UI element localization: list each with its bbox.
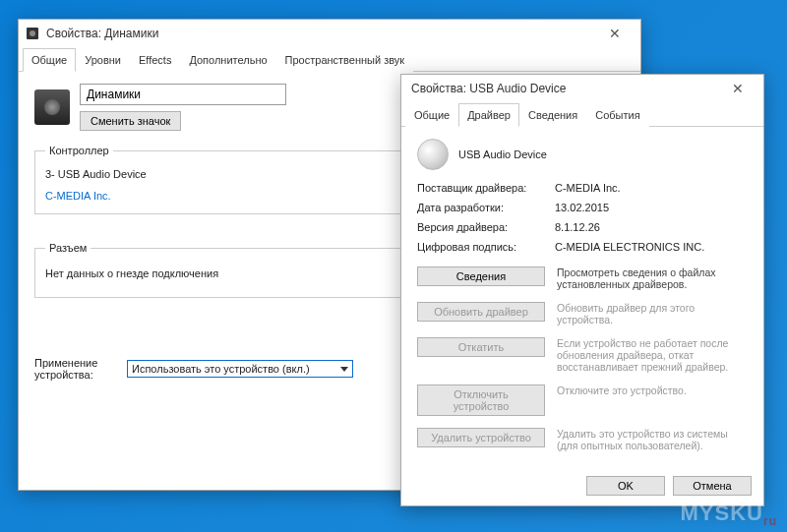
window-title: Свойства: USB Audio Device	[407, 82, 718, 95]
device-name-input[interactable]	[80, 84, 286, 105]
disable-device-desc: Отключите это устройство.	[557, 384, 748, 396]
controller-legend: Контроллер	[45, 145, 113, 156]
usage-label: Применение устройства:	[34, 357, 113, 381]
update-driver-button[interactable]: Обновить драйвер	[417, 302, 545, 322]
dialog-footer: OK Отмена	[586, 476, 752, 496]
titlebar[interactable]: Свойства: USB Audio Device ✕	[401, 75, 763, 102]
signature-label: Цифровая подпись:	[417, 241, 555, 253]
rollback-driver-button[interactable]: Откатить	[417, 337, 545, 357]
svg-point-1	[30, 30, 35, 36]
signature-value: C-MEDIA ELECTRONICS INC.	[555, 241, 748, 253]
tab-general[interactable]: Общие	[405, 103, 458, 127]
tab-levels[interactable]: Уровни	[76, 48, 130, 72]
close-icon[interactable]: ✕	[595, 26, 635, 41]
tab-advanced[interactable]: Дополнительно	[180, 48, 275, 72]
date-value: 13.02.2015	[555, 202, 748, 213]
chevron-down-icon	[340, 367, 348, 372]
tabstrip: Общие Уровни Effects Дополнительно Прост…	[19, 47, 640, 72]
tab-effects[interactable]: Effects	[130, 48, 180, 72]
disable-device-button[interactable]: Отключить устройство	[417, 384, 545, 416]
tab-spatial[interactable]: Пространственный звук	[276, 48, 414, 72]
close-icon[interactable]: ✕	[718, 81, 757, 96]
speaker-icon	[34, 89, 70, 125]
titlebar[interactable]: Свойства: Динамики ✕	[19, 20, 640, 47]
tab-details[interactable]: Сведения	[519, 103, 586, 127]
driver-info-grid: Поставщик драйвера: C-MEDIA Inc. Дата ра…	[417, 182, 748, 253]
controller-device: 3- USB Audio Device	[45, 168, 147, 180]
provider-label: Поставщик драйвера:	[417, 182, 555, 194]
driver-details-button[interactable]: Сведения	[417, 266, 545, 286]
tab-events[interactable]: События	[586, 103, 648, 127]
date-label: Дата разработки:	[417, 202, 555, 213]
version-value: 8.1.12.26	[555, 221, 748, 233]
driver-details-desc: Просмотреть сведения о файлах установлен…	[557, 266, 748, 290]
usage-dropdown[interactable]: Использовать это устройство (вкл.)	[127, 360, 353, 378]
uninstall-device-desc: Удалить это устройство из системы (для о…	[557, 428, 748, 451]
ok-button[interactable]: OK	[586, 476, 665, 496]
jack-legend: Разъем	[45, 242, 91, 254]
change-icon-button[interactable]: Сменить значок	[80, 111, 181, 131]
watermark: MYSKUru	[681, 501, 777, 528]
usage-value: Использовать это устройство (вкл.)	[132, 363, 310, 375]
driver-icon	[417, 139, 449, 170]
update-driver-desc: Обновить драйвер для этого устройства.	[557, 302, 748, 325]
device-name: USB Audio Device	[458, 148, 547, 160]
tabstrip: Общие Драйвер Сведения События	[401, 102, 763, 127]
provider-value: C-MEDIA Inc.	[555, 182, 748, 194]
window-title: Свойства: Динамики	[46, 27, 595, 40]
version-label: Версия драйвера:	[417, 221, 555, 233]
rollback-driver-desc: Если устройство не работает после обновл…	[557, 337, 748, 373]
tab-driver[interactable]: Драйвер	[458, 103, 519, 127]
speaker-titlebar-icon	[25, 26, 40, 41]
tab-general[interactable]: Общие	[23, 48, 76, 72]
usb-audio-properties-window: Свойства: USB Audio Device ✕ Общие Драйв…	[400, 74, 764, 506]
cancel-button[interactable]: Отмена	[673, 476, 752, 496]
tab-content-driver: USB Audio Device Поставщик драйвера: C-M…	[401, 127, 763, 475]
uninstall-device-button[interactable]: Удалить устройство	[417, 428, 545, 447]
